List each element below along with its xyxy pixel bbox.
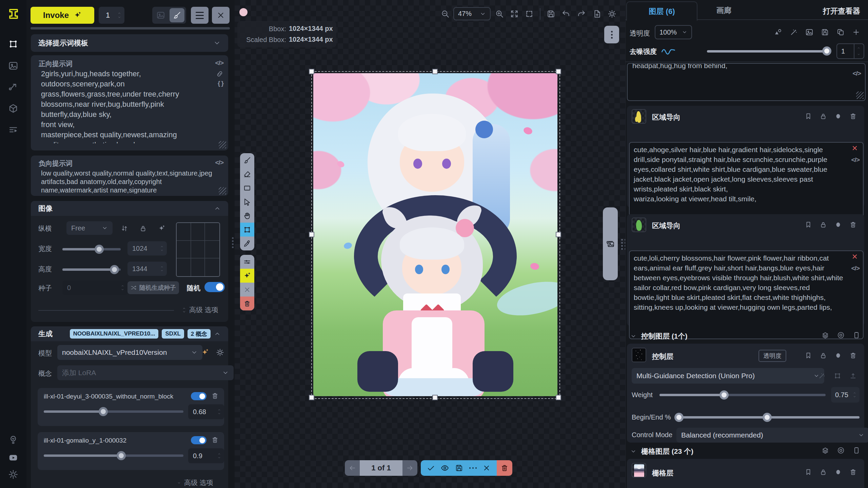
bookmark-icon[interactable] <box>805 352 812 359</box>
code-toggle-icon[interactable]: </> <box>853 70 861 77</box>
fit-to-view-button[interactable] <box>510 9 519 18</box>
bookmark-icon[interactable] <box>805 468 812 476</box>
zoom-level-select[interactable]: 47% <box>453 7 491 20</box>
tab-layers[interactable]: 图层 (6) <box>626 1 697 21</box>
eraser-tool[interactable] <box>240 167 254 181</box>
trash-icon[interactable] <box>849 221 857 228</box>
zoom-in-button[interactable] <box>495 9 504 18</box>
save-icon[interactable] <box>821 28 829 36</box>
random-seed-button[interactable]: 随机生成种子 <box>127 281 179 294</box>
generation-advanced-options[interactable]: 高级 选项 <box>177 478 213 487</box>
code-toggle-icon[interactable]: </> <box>215 59 223 67</box>
remove-prompt-icon[interactable] <box>851 253 858 260</box>
height-input[interactable]: 1344 <box>127 262 167 276</box>
control-layers-header[interactable]: 控制图层 (1个) <box>630 331 688 341</box>
lora-weight-input[interactable]: 0.68 <box>188 404 224 419</box>
image-section-header[interactable]: 图像 <box>31 201 228 216</box>
opacity-select[interactable]: 100% <box>655 25 692 39</box>
trash-icon[interactable] <box>211 436 219 444</box>
brush-tool[interactable] <box>240 153 254 167</box>
regional-guidance-layer[interactable]: 区域导向 cute,ahoge,silver hair,blue hair,gr… <box>627 106 864 207</box>
rail-tab-workflows[interactable] <box>0 77 26 96</box>
queue-count-stepper[interactable]: 1 <box>99 7 124 24</box>
colorpicker-tool[interactable] <box>240 237 254 250</box>
delete-tool[interactable] <box>240 297 254 310</box>
weight-arrows[interactable] <box>852 391 860 398</box>
undo-button[interactable] <box>561 9 570 18</box>
wand-icon[interactable] <box>790 28 798 36</box>
layer-thumbnail[interactable] <box>632 218 646 232</box>
pan-tool[interactable] <box>240 209 254 223</box>
height-slider[interactable] <box>62 268 121 271</box>
seed-input[interactable]: 0 <box>62 281 127 295</box>
lora-weight-slider[interactable] <box>44 410 183 413</box>
frame-icon[interactable] <box>853 331 860 339</box>
positive-prompt-card[interactable]: 正向提示词 </> { } 2girls,yuri,hug,heads toge… <box>31 55 228 150</box>
code-toggle-icon[interactable]: </> <box>851 265 860 272</box>
discard-all-button[interactable] <box>497 460 512 476</box>
visibility-icon[interactable] <box>834 352 842 359</box>
prompt-template-selector[interactable]: 选择提示词模板 <box>31 34 228 52</box>
gallery-drawer-handle[interactable] <box>603 207 618 280</box>
width-arrows[interactable] <box>160 245 167 252</box>
layer-thumbnail[interactable] <box>632 348 646 362</box>
optimize-size-icon[interactable] <box>158 225 165 232</box>
upload-icon[interactable] <box>849 372 857 380</box>
layer-thumbnail[interactable] <box>632 109 646 124</box>
bbox-handle-nw[interactable] <box>309 69 314 74</box>
lock-icon[interactable] <box>820 221 827 228</box>
rail-tab-models[interactable] <box>0 99 26 118</box>
canvas-menu-button[interactable] <box>604 26 619 43</box>
width-slider[interactable] <box>62 248 121 250</box>
discard-button[interactable] <box>482 464 491 472</box>
bbox-handle-s[interactable] <box>432 395 438 400</box>
region-prompt-text[interactable]: cute,ahoge,silver hair,blue hair,gradien… <box>634 145 844 204</box>
save-to-gallery-button[interactable] <box>455 464 463 472</box>
weight-input[interactable]: 0.75 <box>831 387 860 403</box>
lock-aspect-icon[interactable] <box>139 225 147 232</box>
more-options-button[interactable] <box>469 467 477 469</box>
link-icon[interactable] <box>216 70 223 78</box>
lock-icon[interactable] <box>820 352 827 359</box>
bbox-handle-e[interactable] <box>556 232 561 237</box>
weight-arrows[interactable] <box>217 452 224 459</box>
color-swatch[interactable] <box>239 8 248 16</box>
move-tool[interactable] <box>240 195 254 209</box>
lora-select[interactable]: 添加 LoRA <box>57 365 234 380</box>
eye-icon[interactable] <box>837 447 845 454</box>
new-session-button[interactable] <box>593 9 601 18</box>
region-prompt-text[interactable]: cute,loli,cherry blossoms,hair flower,pi… <box>634 253 844 312</box>
lora-weight-input[interactable]: 0.9 <box>188 448 224 463</box>
canvas-workspace[interactable]: Bbox: 1024×1344 px Scaled Bbox: 1024×134… <box>235 0 625 488</box>
trash-icon[interactable] <box>849 352 857 359</box>
width-input[interactable]: 1024 <box>127 241 167 256</box>
accept-button[interactable] <box>427 464 435 472</box>
model-settings-icon[interactable] <box>216 348 224 357</box>
filter-tool[interactable] <box>240 255 254 269</box>
trash-icon[interactable] <box>211 392 219 400</box>
frame-icon[interactable] <box>853 447 860 454</box>
height-arrows[interactable] <box>160 265 167 272</box>
lora-weight-slider[interactable] <box>44 454 183 457</box>
control-layer-card[interactable]: 控制层 透明度 Multi-Guidance Detection (Union … <box>627 344 864 443</box>
wand-icon[interactable] <box>818 372 826 380</box>
shapes-icon[interactable] <box>774 28 782 36</box>
positive-prompt-text[interactable]: 2girls,yuri,hug,heads together, outdoors… <box>41 69 211 143</box>
invoke-logo-icon[interactable] <box>7 7 20 20</box>
model-select[interactable]: noobaiXLNAIXL_vPred10Version <box>57 345 202 360</box>
generate-mode-icon[interactable] <box>154 8 167 22</box>
bbox-handle-ne[interactable] <box>556 69 561 74</box>
prev-image-button[interactable] <box>345 460 360 476</box>
seed-arrows[interactable] <box>120 284 127 291</box>
bbox-tool[interactable] <box>240 223 254 237</box>
code-toggle-icon[interactable]: </> <box>215 159 223 166</box>
copy-icon[interactable] <box>836 28 845 36</box>
lock-icon[interactable] <box>820 468 827 476</box>
rect-tool[interactable] <box>240 181 254 195</box>
visibility-icon[interactable] <box>834 113 842 120</box>
resize-handle[interactable] <box>219 187 226 195</box>
denoise-slider[interactable] <box>707 50 829 53</box>
redo-button[interactable] <box>577 9 586 18</box>
layers-icon[interactable] <box>822 447 829 454</box>
fit-bbox-button[interactable] <box>525 9 534 18</box>
